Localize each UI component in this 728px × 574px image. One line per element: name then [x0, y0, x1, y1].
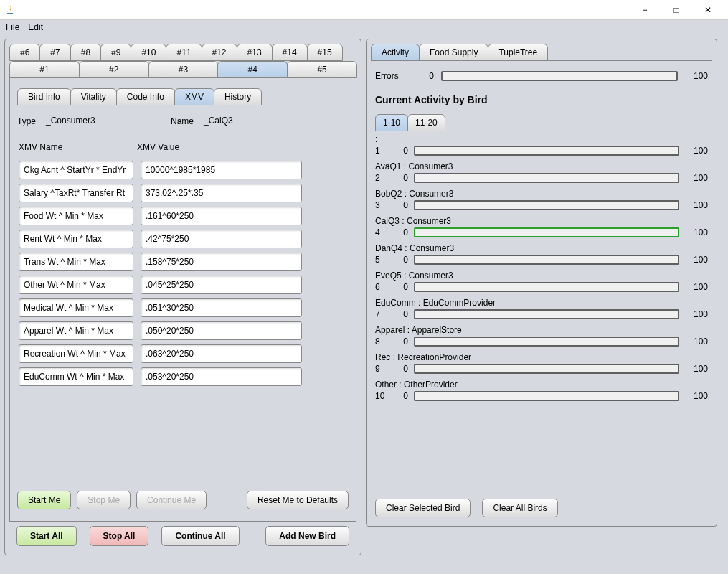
add-new-bird-button[interactable]: Add New Bird: [265, 526, 349, 546]
xmv-value-input[interactable]: 373.02^.25*.35: [141, 184, 302, 202]
clear-selected-button[interactable]: Clear Selected Bird: [375, 499, 471, 517]
xmv-name-header: XMV Name: [19, 142, 137, 152]
xmv-value-input[interactable]: .42^75*250: [141, 230, 302, 248]
bird-slider[interactable]: [414, 173, 679, 183]
xmv-name-input[interactable]: Other Wt ^ Min * Max: [19, 276, 133, 294]
xmv-name-input[interactable]: Food Wt ^ Min * Max: [19, 207, 133, 225]
errors-max: 100: [685, 71, 708, 81]
xmv-name-input[interactable]: Ckg Acnt ^ StartYr * EndYr: [19, 161, 133, 179]
sub-tab-code-info[interactable]: Code Info: [116, 88, 175, 105]
xmv-row: Trans Wt ^ Min * Max.158^75*250: [19, 253, 347, 271]
stop-me-button[interactable]: Stop Me: [77, 491, 131, 509]
info-row: Type _Consumer3 Name _CalQ3: [17, 116, 349, 126]
menu-file[interactable]: File: [6, 22, 19, 32]
bird-entry: DanQ4 : Consumer350100: [375, 243, 708, 265]
main-tab-2[interactable]: #2: [79, 61, 149, 78]
bird-entry: CalQ3 : Consumer340100: [375, 216, 708, 237]
main-tab-3[interactable]: #3: [148, 61, 219, 78]
xmv-name-input[interactable]: Medical Wt ^ Min * Max: [19, 298, 133, 317]
xmv-name-input[interactable]: Rent Wt ^ Min * Max: [19, 230, 133, 248]
xmv-name-input[interactable]: Recreation Wt ^ Min * Max: [19, 344, 133, 363]
xmv-value-input[interactable]: .051^30*250: [141, 298, 302, 317]
main-tab-9[interactable]: #9: [100, 44, 131, 61]
main-tab-11[interactable]: #11: [166, 44, 202, 61]
errors-slider[interactable]: [441, 71, 678, 81]
right-tab-activity[interactable]: Activity: [371, 44, 420, 61]
xmv-name-input[interactable]: Trans Wt ^ Min * Max: [19, 253, 133, 271]
main-tab-10[interactable]: #10: [131, 44, 166, 61]
sub-tab-bird-info[interactable]: Bird Info: [17, 88, 71, 105]
bird-value: 0: [394, 227, 408, 237]
main-tab-6[interactable]: #6: [9, 44, 40, 61]
xmv-value-input[interactable]: .158^75*250: [141, 253, 302, 271]
page-tab-1-10[interactable]: 1-10: [375, 114, 408, 131]
xmv-value-header: XMV Value: [137, 142, 179, 152]
bird-slider[interactable]: [414, 227, 679, 237]
maximize-button[interactable]: □: [661, 0, 692, 20]
sub-tab-vitality[interactable]: Vitality: [70, 88, 117, 105]
bird-number: 8: [375, 337, 388, 347]
menu-edit[interactable]: Edit: [28, 22, 43, 32]
xmv-value-input[interactable]: 10000^1985*1985: [141, 161, 302, 179]
xmv-value-input[interactable]: .053^20*250: [141, 367, 302, 386]
main-tab-14[interactable]: #14: [272, 44, 308, 61]
xmv-name-input[interactable]: Salary ^TaxRt* Transfer Rt: [19, 184, 133, 202]
name-label: Name: [171, 116, 194, 126]
minimize-button[interactable]: −: [629, 0, 661, 20]
bird-slider[interactable]: [414, 337, 679, 347]
bird-value: 0: [394, 337, 408, 347]
activity-title: Current Activity by Bird: [375, 94, 708, 105]
errors-label: Errors: [375, 71, 412, 81]
bird-entry: :10100: [375, 134, 708, 156]
xmv-name-input[interactable]: Apparel Wt ^ Min * Max: [19, 321, 133, 340]
xmv-name-input[interactable]: EduComm Wt ^ Min * Max: [19, 367, 133, 386]
continue-me-button[interactable]: Continue Me: [136, 491, 207, 509]
sub-tab-xmv[interactable]: XMV: [174, 88, 214, 105]
xmv-row: Other Wt ^ Min * Max.045^25*250: [19, 276, 347, 294]
close-button[interactable]: ✕: [692, 0, 724, 20]
right-panel: ActivityFood SupplyTupleTree Errors 0 10…: [366, 39, 717, 527]
right-buttons: Clear Selected Bird Clear All Birds: [371, 494, 712, 522]
main-tab-7[interactable]: #7: [39, 44, 70, 61]
bird-slider[interactable]: [414, 391, 679, 401]
bird-max: 100: [685, 200, 708, 210]
xmv-value-input[interactable]: .045^25*250: [141, 276, 302, 294]
bird-slider[interactable]: [414, 146, 679, 156]
stop-all-button[interactable]: Stop All: [90, 526, 149, 546]
bird-slider[interactable]: [414, 364, 679, 374]
xmv-value-input[interactable]: .063^20*250: [141, 344, 302, 363]
bird-slider[interactable]: [414, 200, 679, 210]
sub-tab-history[interactable]: History: [214, 88, 262, 105]
start-me-button[interactable]: Start Me: [17, 491, 71, 509]
bird-entry: Rec : RecreationProvider90100: [375, 352, 708, 374]
page-tab-11-20[interactable]: 11-20: [407, 114, 445, 131]
left-button-row: Start Me Stop Me Continue Me Reset Me to…: [16, 485, 350, 515]
main-tab-12[interactable]: #12: [202, 44, 237, 61]
reset-defaults-button[interactable]: Reset Me to Defaults: [247, 491, 349, 509]
bird-slider[interactable]: [414, 309, 679, 319]
start-all-button[interactable]: Start All: [16, 526, 77, 546]
bird-max: 100: [685, 255, 708, 265]
continue-all-button[interactable]: Continue All: [161, 526, 239, 546]
xmv-row: Recreation Wt ^ Min * Max.063^20*250: [19, 344, 347, 363]
right-tab-tupletree[interactable]: TupleTree: [488, 44, 548, 61]
bird-slider[interactable]: [414, 282, 679, 292]
bird-max: 100: [685, 146, 708, 156]
bird-max: 100: [685, 227, 708, 237]
xmv-row: Rent Wt ^ Min * Max.42^75*250: [19, 230, 347, 248]
main-tab-5[interactable]: #5: [287, 61, 357, 78]
bird-slider[interactable]: [414, 255, 679, 265]
bird-entry: AvaQ1 : Consumer320100: [375, 161, 708, 183]
right-tab-food-supply[interactable]: Food Supply: [419, 44, 488, 61]
main-tab-13[interactable]: #13: [237, 44, 273, 61]
main-tab-1[interactable]: #1: [9, 61, 80, 78]
clear-all-birds-button[interactable]: Clear All Birds: [482, 499, 557, 517]
bird-label: DanQ4 : Consumer3: [375, 243, 708, 253]
bird-number: 7: [375, 309, 388, 319]
main-tab-15[interactable]: #15: [307, 44, 343, 61]
xmv-row: Ckg Acnt ^ StartYr * EndYr10000^1985*198…: [19, 161, 347, 179]
main-tab-4[interactable]: #4: [217, 61, 288, 78]
main-tab-8[interactable]: #8: [70, 44, 101, 61]
xmv-value-input[interactable]: .161^60*250: [141, 207, 302, 225]
xmv-value-input[interactable]: .050^20*250: [141, 321, 302, 340]
